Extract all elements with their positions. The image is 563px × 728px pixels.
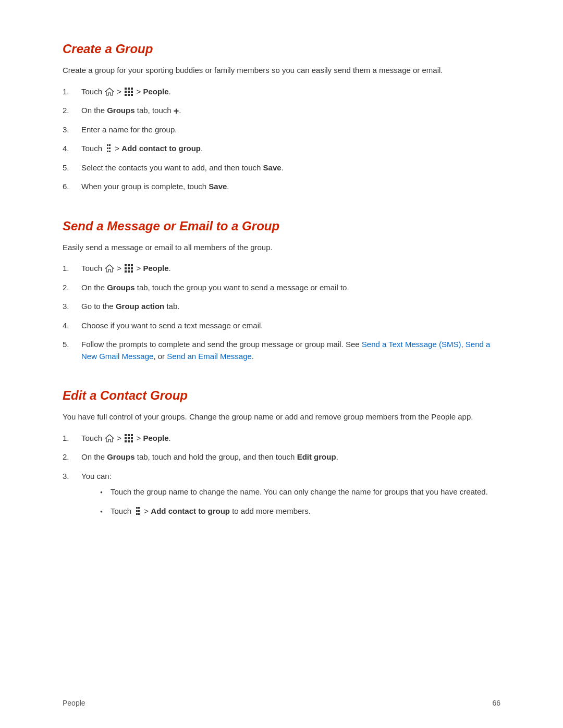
step-1-1: 1. Touch > (63, 86, 500, 98)
step-num: 4. (63, 143, 81, 155)
steps-list-edit-contact-group: 1. Touch > (63, 433, 500, 525)
step-2-4: 4. Choose if you want to send a text mes… (63, 320, 500, 332)
svg-rect-30 (125, 440, 127, 442)
svg-rect-0 (125, 88, 127, 90)
section-create-group: Create a Group Create a group for your s… (63, 42, 500, 193)
link-send-email[interactable]: Send an Email Message (167, 352, 252, 361)
svg-rect-25 (128, 434, 130, 436)
step-content: On the Groups tab, touch the group you w… (81, 282, 500, 294)
svg-rect-36 (138, 507, 140, 509)
menu-dots-icon-2 (134, 507, 141, 516)
svg-rect-15 (125, 264, 127, 266)
step-content: Touch > (81, 433, 500, 445)
svg-rect-22 (128, 270, 130, 273)
step-content: On the Groups tab, touch and hold the gr… (81, 451, 500, 463)
step-3-3: 3. You can: ● Touch the group name to ch… (63, 471, 500, 525)
footer-left: People (63, 699, 85, 707)
svg-rect-35 (136, 513, 138, 515)
svg-rect-28 (128, 437, 130, 439)
svg-rect-1 (128, 88, 130, 90)
step-num: 1. (63, 263, 81, 275)
step-content: Choose if you want to send a text messag… (81, 320, 500, 332)
step-1-3: 3. Enter a name for the group. (63, 124, 500, 136)
step-2-2: 2. On the Groups tab, touch the group yo… (63, 282, 500, 294)
menu-dots-icon (105, 144, 112, 153)
step-content: You can: ● Touch the group name to chang… (81, 471, 500, 525)
svg-rect-37 (138, 510, 140, 512)
svg-rect-2 (131, 88, 133, 90)
svg-rect-34 (136, 510, 138, 512)
step-content: Touch > (81, 86, 500, 98)
step-num: 3. (63, 471, 81, 483)
bullet-dot: ● (100, 505, 111, 515)
step-content: Go to the Group action tab. (81, 301, 500, 313)
step-num: 6. (63, 181, 81, 193)
step-1-4: 4. Touch > Add contact to group. (63, 143, 500, 155)
svg-rect-20 (131, 267, 133, 269)
plus-icon: + (174, 106, 179, 116)
step-2-5: 5. Follow the prompts to complete and se… (63, 339, 500, 362)
step-content: On the Groups tab, touch +. (81, 105, 500, 117)
svg-rect-8 (131, 94, 133, 96)
page-footer: People 66 (63, 699, 500, 707)
svg-rect-5 (131, 91, 133, 93)
svg-rect-33 (136, 507, 138, 509)
grid-icon (124, 264, 133, 273)
svg-rect-16 (128, 264, 130, 266)
bullet-dot: ● (100, 486, 111, 496)
svg-rect-11 (107, 151, 108, 152)
svg-rect-17 (131, 264, 133, 266)
step-content: When your group is complete, touch Save. (81, 181, 500, 193)
link-send-sms[interactable]: Send a Text Message (SMS) (362, 340, 461, 349)
bullet-list-you-can: ● Touch the group name to change the nam… (100, 486, 500, 517)
home-icon (105, 88, 114, 96)
footer-right: 66 (492, 699, 500, 707)
svg-rect-3 (125, 91, 127, 93)
step-content: Enter a name for the group. (81, 124, 500, 136)
bullet-content-touch-menu: Touch > Add contact to group to add (111, 505, 500, 517)
section-desc-edit-contact-group: You have full control of your groups. Ch… (63, 411, 500, 423)
svg-rect-21 (125, 270, 127, 273)
step-2-1: 1. Touch > (63, 263, 500, 275)
svg-rect-12 (109, 144, 111, 146)
step-num: 3. (63, 124, 81, 136)
svg-rect-18 (125, 267, 127, 269)
step-3-1: 1. Touch > (63, 433, 500, 445)
svg-rect-24 (125, 434, 127, 436)
step-num: 2. (63, 282, 81, 294)
step-num: 2. (63, 451, 81, 463)
step-content: Touch > Add contact to group. (81, 143, 500, 155)
svg-rect-9 (107, 144, 108, 146)
step-num: 2. (63, 105, 81, 117)
step-1-6: 6. When your group is complete, touch Sa… (63, 181, 500, 193)
home-icon (105, 264, 114, 273)
svg-rect-38 (138, 513, 140, 515)
step-3-2: 2. On the Groups tab, touch and hold the… (63, 451, 500, 463)
home-icon (105, 434, 114, 442)
step-num: 3. (63, 301, 81, 313)
section-desc-send-message: Easily send a message or email to all me… (63, 242, 500, 254)
svg-rect-26 (131, 434, 133, 436)
svg-rect-6 (125, 94, 127, 96)
page-content: Create a Group Create a group for your s… (0, 0, 563, 592)
grid-icon (124, 87, 133, 96)
section-title-create-group: Create a Group (63, 42, 500, 56)
step-content: Touch > (81, 263, 500, 275)
step-num: 4. (63, 320, 81, 332)
step-num: 1. (63, 86, 81, 98)
step-num: 5. (63, 162, 81, 174)
section-edit-contact-group: Edit a Contact Group You have full contr… (63, 388, 500, 524)
svg-rect-14 (109, 151, 111, 152)
svg-rect-23 (131, 270, 133, 273)
grid-icon (124, 434, 133, 443)
step-num: 5. (63, 339, 81, 351)
section-desc-create-group: Create a group for your sporting buddies… (63, 65, 500, 77)
svg-rect-13 (109, 147, 111, 149)
steps-list-send-message: 1. Touch > (63, 263, 500, 362)
step-1-2: 2. On the Groups tab, touch +. (63, 105, 500, 117)
svg-rect-19 (128, 267, 130, 269)
svg-rect-29 (131, 437, 133, 439)
bullet-item-2: ● Touch (100, 505, 500, 517)
steps-list-create-group: 1. Touch > (63, 86, 500, 193)
step-content: Follow the prompts to complete and send … (81, 339, 500, 362)
